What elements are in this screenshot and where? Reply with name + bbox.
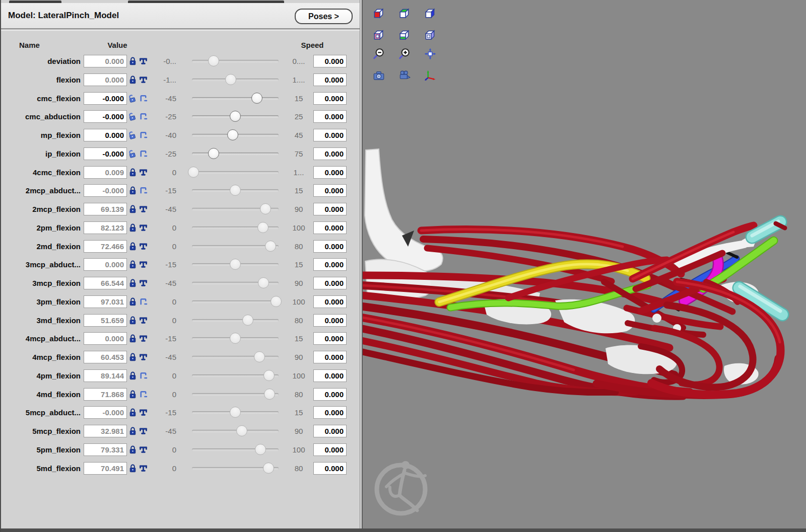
coordinate-value-input[interactable]: [84, 92, 127, 105]
slider-track[interactable]: [192, 60, 279, 62]
coordinate-value-input[interactable]: [84, 351, 127, 363]
view-back-icon[interactable]: [372, 28, 385, 41]
slider-track[interactable]: [192, 430, 279, 432]
lock-icon[interactable]: [128, 352, 138, 362]
coordinate-value-input[interactable]: [84, 147, 127, 160]
slider-knob[interactable]: [227, 129, 238, 140]
coordinate-speed-input[interactable]: [313, 129, 347, 141]
slider-knob[interactable]: [230, 333, 241, 344]
coordinate-value-input[interactable]: [84, 332, 127, 345]
coordinate-value-input[interactable]: [84, 462, 127, 475]
show-axes-icon[interactable]: [424, 69, 437, 82]
coordinate-slider[interactable]: [182, 126, 281, 144]
coordinate-value-input[interactable]: [84, 295, 127, 308]
clamp-icon[interactable]: [139, 260, 148, 269]
slider-knob[interactable]: [258, 277, 269, 288]
lock-icon[interactable]: [128, 426, 138, 436]
slider-track[interactable]: [192, 319, 279, 322]
slider-knob[interactable]: [230, 185, 241, 196]
lock-icon[interactable]: [128, 204, 138, 214]
clamp-icon[interactable]: [139, 168, 148, 177]
coordinate-speed-input[interactable]: [313, 351, 347, 363]
coordinate-value-input[interactable]: [84, 443, 127, 456]
coordinate-slider[interactable]: [182, 459, 281, 478]
coordinate-value-input[interactable]: [84, 425, 127, 437]
coordinate-speed-input[interactable]: [313, 332, 347, 345]
slider-knob[interactable]: [260, 203, 271, 214]
slider-knob[interactable]: [254, 351, 265, 362]
zoom-fit-icon[interactable]: [424, 47, 437, 60]
slider-knob[interactable]: [188, 167, 199, 178]
slider-track[interactable]: [192, 300, 279, 303]
lock-icon[interactable]: [128, 56, 138, 66]
lock-icon[interactable]: [128, 242, 138, 251]
slider-knob[interactable]: [257, 222, 268, 233]
slider-knob[interactable]: [225, 74, 236, 85]
coordinate-slider[interactable]: [182, 107, 281, 126]
lock-icon[interactable]: [128, 297, 138, 307]
coordinate-value-input[interactable]: [84, 240, 127, 253]
3d-viewport[interactable]: [363, 0, 806, 528]
coordinate-value-input[interactable]: [84, 277, 127, 289]
lock-icon[interactable]: [128, 371, 138, 381]
coordinate-speed-input[interactable]: [313, 443, 347, 456]
coordinate-value-input[interactable]: [84, 221, 127, 234]
slider-knob[interactable]: [265, 241, 276, 252]
clamp-icon[interactable]: [139, 112, 148, 121]
lock-icon[interactable]: [128, 445, 138, 454]
coordinate-slider[interactable]: [182, 292, 281, 311]
clamp-icon[interactable]: [139, 204, 148, 214]
coordinate-value-input[interactable]: [84, 388, 127, 401]
coordinate-value-input[interactable]: [84, 129, 127, 141]
slider-knob[interactable]: [236, 425, 247, 436]
clamp-icon[interactable]: [139, 149, 148, 159]
slider-knob[interactable]: [251, 93, 262, 104]
zoom-out-icon[interactable]: [372, 47, 385, 60]
coordinate-speed-input[interactable]: [313, 55, 347, 67]
slider-knob[interactable]: [208, 55, 219, 66]
view-side-left-icon[interactable]: [424, 7, 437, 20]
lock-icon[interactable]: [128, 278, 138, 288]
coordinate-speed-input[interactable]: [313, 184, 347, 197]
view-front-icon[interactable]: [372, 7, 385, 20]
clamp-icon[interactable]: [139, 371, 148, 381]
view-bottom-icon[interactable]: [398, 28, 411, 41]
coordinate-slider[interactable]: [182, 52, 281, 70]
coordinate-speed-input[interactable]: [313, 277, 347, 289]
coordinate-value-input[interactable]: [84, 55, 127, 67]
lock-icon[interactable]: [128, 334, 138, 343]
lock-icon[interactable]: [128, 390, 138, 399]
coordinate-speed-input[interactable]: [313, 258, 347, 271]
lock-icon[interactable]: [128, 94, 138, 103]
clamp-icon[interactable]: [139, 186, 148, 195]
lock-icon[interactable]: [128, 260, 138, 269]
coordinate-slider[interactable]: [182, 237, 281, 256]
coordinate-speed-input[interactable]: [313, 406, 347, 419]
coordinate-value-input[interactable]: [84, 73, 127, 86]
clamp-icon[interactable]: [139, 278, 148, 288]
lock-icon[interactable]: [128, 75, 138, 85]
slider-track[interactable]: [192, 171, 279, 174]
slider-knob[interactable]: [264, 389, 275, 400]
coordinate-value-input[interactable]: [84, 369, 127, 382]
coordinate-slider[interactable]: [182, 422, 281, 440]
view-top-icon[interactable]: [398, 7, 411, 20]
lock-icon[interactable]: [128, 112, 138, 121]
lock-icon[interactable]: [128, 223, 138, 233]
coordinate-slider[interactable]: [182, 311, 281, 330]
clamp-icon[interactable]: [139, 408, 148, 417]
coordinate-speed-input[interactable]: [313, 425, 347, 437]
coordinate-speed-input[interactable]: [313, 462, 347, 475]
coordinate-value-input[interactable]: [84, 166, 127, 179]
coordinate-slider[interactable]: [182, 144, 281, 163]
slider-knob[interactable]: [230, 111, 241, 122]
coordinate-speed-input[interactable]: [313, 203, 347, 215]
lock-icon[interactable]: [128, 408, 138, 417]
coordinate-slider[interactable]: [182, 329, 281, 348]
lock-icon[interactable]: [128, 316, 138, 325]
coordinate-slider[interactable]: [182, 255, 281, 274]
clamp-icon[interactable]: [139, 426, 148, 436]
coordinate-slider[interactable]: [182, 181, 281, 200]
coordinate-speed-input[interactable]: [313, 314, 347, 327]
slider-knob[interactable]: [263, 370, 275, 381]
